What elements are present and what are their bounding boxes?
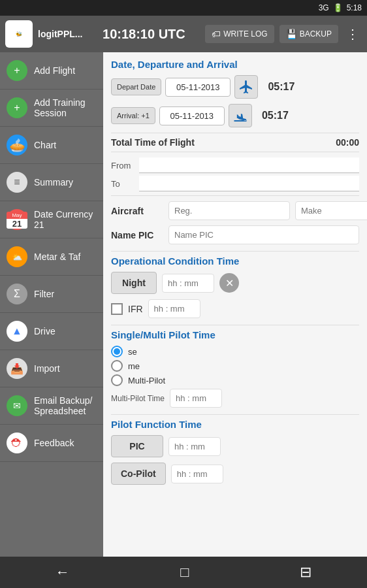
arrival-date-value[interactable]: 05-11-2013: [159, 106, 225, 125]
sidebar-item-filter[interactable]: Σ Filter: [0, 276, 103, 313]
feedback-icon: ⛑: [7, 433, 27, 453]
arrival-label: Arrival: +1: [111, 107, 155, 124]
pic-row: PIC: [111, 435, 359, 457]
to-row: To: [111, 176, 359, 191]
sidebar-item-feedback[interactable]: ⛑ Feedback: [0, 425, 103, 462]
aircraft-label: Aircraft: [111, 206, 163, 216]
import-icon: 📥: [7, 358, 27, 379]
sidebar-label-add-training: Add Training Session: [34, 97, 97, 118]
radio-se-label: se: [128, 347, 137, 357]
write-log-icon: 🏷: [212, 29, 221, 39]
sidebar-label-metar-taf: Metar & Taf: [34, 252, 80, 262]
section-date-title: Date, Departure and Arrival: [111, 59, 359, 70]
toolbar-time: 10:18:10 UTC: [88, 27, 200, 42]
radio-multipilot-row: Multi-Pilot: [111, 374, 359, 386]
total-time-row: Total Time of Flight 00:00: [111, 133, 359, 152]
sidebar-item-chart[interactable]: 🥧 Chart: [0, 127, 103, 164]
sidebar-label-email-backup: Email Backup/ Spreadsheet: [34, 395, 97, 416]
add-training-icon: +: [7, 97, 27, 118]
radio-multipilot[interactable]: [111, 374, 123, 386]
recent-apps-button[interactable]: ⊟: [284, 559, 327, 586]
chart-icon: 🥧: [7, 135, 27, 155]
summary-icon: ≡: [7, 172, 27, 193]
sidebar-item-date-currency[interactable]: May 21 Date Currency 21: [0, 201, 103, 238]
sidebar-item-add-flight[interactable]: + Add Flight: [0, 52, 103, 90]
aircraft-row: Aircraft: [111, 201, 359, 220]
back-button[interactable]: ←: [40, 559, 86, 586]
radio-se-row: se: [111, 346, 359, 357]
network-indicator: 3G: [319, 3, 329, 12]
from-label: From: [111, 161, 134, 171]
ifr-time-input[interactable]: [148, 299, 200, 318]
night-time-input[interactable]: [162, 274, 214, 293]
pic-time-input[interactable]: [168, 437, 221, 456]
ifr-label: IFR: [128, 304, 143, 314]
sidebar-item-drive[interactable]: ▲ Drive: [0, 313, 103, 350]
app-logo: 🐝: [5, 20, 33, 48]
radio-me[interactable]: [111, 360, 123, 372]
write-log-button[interactable]: 🏷 WRITE LOG: [205, 25, 274, 43]
landing-icon: [229, 104, 252, 127]
radio-me-row: me: [111, 360, 359, 372]
sidebar-label-chart: Chart: [34, 140, 56, 150]
copilot-row: Co-Pilot: [111, 463, 359, 485]
depart-time-value[interactable]: 05:17: [262, 81, 295, 93]
total-time-label: Total Time of Flight: [111, 137, 195, 148]
namepic-input[interactable]: [168, 225, 359, 244]
app-name: logitPPL...: [38, 29, 82, 39]
sidebar-label-date-currency: Date Currency 21: [34, 209, 97, 230]
singlemulti-section-title: Single/Multi Pilot Time: [111, 329, 359, 340]
sidebar-label-import: Import: [34, 363, 60, 374]
to-input[interactable]: [139, 176, 359, 191]
namepic-row: Name PIC: [111, 225, 359, 244]
more-options-icon[interactable]: ⋮: [343, 26, 362, 42]
depart-row: Depart Date 05-11-2013 05:17: [111, 75, 359, 99]
copilot-button[interactable]: Co-Pilot: [111, 463, 166, 485]
home-button[interactable]: □: [165, 559, 204, 586]
aircraft-make-input[interactable]: [295, 201, 367, 220]
radio-me-label: me: [128, 361, 140, 371]
metar-icon: ⛅: [7, 246, 27, 267]
sidebar-item-summary[interactable]: ≡ Summary: [0, 164, 103, 201]
sidebar-label-add-flight: Add Flight: [34, 65, 75, 76]
arrival-time-value[interactable]: 05:17: [256, 110, 289, 122]
sidebar-item-email-backup[interactable]: ✉ Email Backup/ Spreadsheet: [0, 387, 103, 425]
ifr-checkbox[interactable]: [111, 303, 123, 315]
ifr-row: IFR: [111, 299, 359, 318]
depart-date-value[interactable]: 05-11-2013: [165, 78, 231, 97]
write-log-label: WRITE LOG: [223, 29, 267, 39]
sidebar-label-summary: Summary: [34, 177, 73, 188]
pilot-function-title: Pilot Function Time: [111, 419, 359, 430]
sidebar-label-drive: Drive: [34, 326, 56, 336]
sidebar-item-import[interactable]: 📥 Import: [0, 350, 103, 387]
from-input[interactable]: [139, 157, 359, 173]
divider-2: [111, 251, 359, 252]
divider-3: [111, 325, 359, 325]
pic-button[interactable]: PIC: [111, 435, 163, 457]
multipilot-time-input[interactable]: [170, 389, 222, 408]
clear-night-button[interactable]: ✕: [219, 273, 239, 293]
sidebar-item-add-training[interactable]: + Add Training Session: [0, 90, 103, 127]
filter-icon: Σ: [7, 284, 27, 304]
status-bar: 3G 🔋 5:18: [0, 0, 367, 16]
add-flight-icon: +: [7, 60, 27, 81]
namepic-label: Name PIC: [111, 230, 163, 240]
date-currency-icon: May 21: [7, 209, 27, 230]
multipilot-time-row: Multi-Pilot Time: [111, 389, 359, 408]
backup-button[interactable]: 💾 BACKUP: [279, 25, 338, 43]
operational-section-title: Operational Condition Time: [111, 255, 359, 267]
backup-label: BACKUP: [300, 29, 332, 39]
copilot-time-input[interactable]: [171, 465, 223, 483]
depart-label: Depart Date: [111, 78, 161, 95]
drive-icon: ▲: [7, 321, 27, 342]
radio-se[interactable]: [111, 346, 123, 357]
night-button[interactable]: Night: [111, 272, 157, 294]
sidebar-label-filter: Filter: [34, 289, 54, 299]
total-time-value: 00:00: [336, 137, 359, 148]
sidebar-item-metar-taf[interactable]: ⛅ Metar & Taf: [0, 238, 103, 276]
backup-icon: 💾: [286, 29, 297, 39]
aircraft-reg-input[interactable]: [168, 201, 290, 220]
toolbar: 🐝 logitPPL... 10:18:10 UTC 🏷 WRITE LOG 💾…: [0, 16, 367, 52]
divider-4: [111, 414, 359, 415]
sidebar-label-feedback: Feedback: [34, 438, 74, 448]
